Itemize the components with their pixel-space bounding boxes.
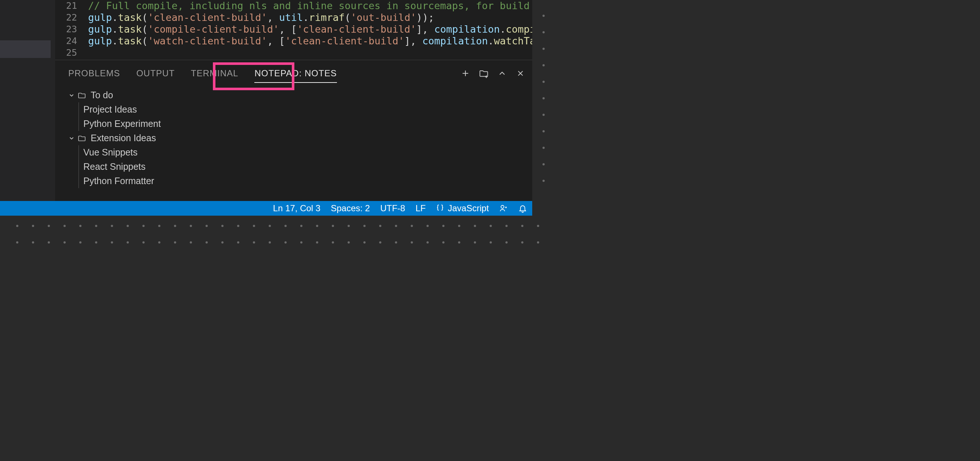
bottom-panel: PROBLEMS OUTPUT TERMINAL NOTEPAD: NOTES: [55, 60, 532, 201]
sidebar-stub: [0, 0, 55, 215]
status-position[interactable]: Ln 17, Col 3: [273, 203, 320, 214]
code-comment: // Full compile, including nls and inlin…: [88, 0, 532, 12]
new-note-icon[interactable]: [460, 68, 471, 79]
folder-label: To do: [91, 90, 113, 100]
status-eol[interactable]: LF: [415, 203, 426, 214]
tab-notepad[interactable]: NOTEPAD: NOTES: [255, 61, 337, 86]
code-line: 24 gulp.task('watch-client-build', ['cle…: [55, 35, 532, 47]
code-line: 21 // Full compile, including nls and in…: [55, 0, 532, 12]
line-number: 21: [55, 0, 88, 12]
chevron-down-icon: [68, 92, 75, 99]
tab-problems[interactable]: PROBLEMS: [68, 61, 120, 86]
close-icon[interactable]: [515, 68, 526, 79]
line-number: 25: [55, 47, 88, 59]
note-label: Python Formatter: [83, 176, 154, 186]
tree-item[interactable]: Python Formatter: [68, 174, 532, 188]
note-label: Python Experiment: [83, 119, 161, 129]
status-encoding[interactable]: UTF-8: [380, 203, 405, 214]
status-bar: Ln 17, Col 3 Spaces: 2 UTF-8 LF JavaScri…: [0, 201, 532, 215]
code-editor[interactable]: 21 // Full compile, including nls and in…: [55, 0, 532, 60]
chevron-down-icon: [68, 135, 75, 142]
language-label: JavaScript: [448, 203, 489, 214]
note-label: Vue Snippets: [83, 147, 138, 158]
tree-item[interactable]: Python Experiment: [68, 117, 532, 131]
editor-container: 21 // Full compile, including nls and in…: [0, 0, 532, 215]
note-label: Project Ideas: [83, 104, 137, 115]
tree-folder[interactable]: Extension Ideas: [68, 131, 532, 145]
folder-label: Extension Ideas: [91, 133, 156, 143]
tree-item[interactable]: Vue Snippets: [68, 145, 532, 160]
code-text: gulp.task('clean-client-build', util.rim…: [88, 12, 532, 24]
code-text: gulp.task('compile-client-build', ['clea…: [88, 24, 532, 35]
panel-actions: [460, 60, 526, 87]
tree-item[interactable]: Project Ideas: [68, 102, 532, 117]
bell-icon[interactable]: [518, 204, 527, 213]
note-label: React Snippets: [83, 162, 146, 172]
status-language[interactable]: JavaScript: [436, 203, 489, 214]
folder-icon: [78, 134, 86, 143]
sidebar-active-indicator: [0, 40, 51, 58]
status-spaces[interactable]: Spaces: 2: [331, 203, 370, 214]
line-number: 24: [55, 35, 88, 47]
svg-point-6: [501, 205, 504, 208]
tree-folder[interactable]: To do: [68, 88, 532, 102]
braces-icon: [436, 204, 445, 213]
line-number: 22: [55, 12, 88, 24]
new-folder-icon[interactable]: [479, 68, 489, 79]
code-line: 25: [55, 47, 532, 59]
tab-terminal[interactable]: TERMINAL: [191, 61, 238, 86]
folder-icon: [78, 91, 86, 100]
panel-tabs: PROBLEMS OUTPUT TERMINAL NOTEPAD: NOTES: [55, 60, 532, 87]
code-line: 23 gulp.task('compile-client-build', ['c…: [55, 24, 532, 35]
code-line: 22 gulp.task('clean-client-build', util.…: [55, 12, 532, 24]
line-number: 23: [55, 24, 88, 35]
feedback-icon[interactable]: [499, 204, 508, 213]
tree-item[interactable]: React Snippets: [68, 160, 532, 174]
notepad-tree: To do Project Ideas Python Experiment Ex…: [55, 87, 532, 188]
code-text: gulp.task('watch-client-build', ['clean-…: [88, 35, 532, 47]
code-text: [88, 47, 532, 59]
tab-output[interactable]: OUTPUT: [136, 61, 175, 86]
chevron-up-icon[interactable]: [497, 68, 507, 79]
